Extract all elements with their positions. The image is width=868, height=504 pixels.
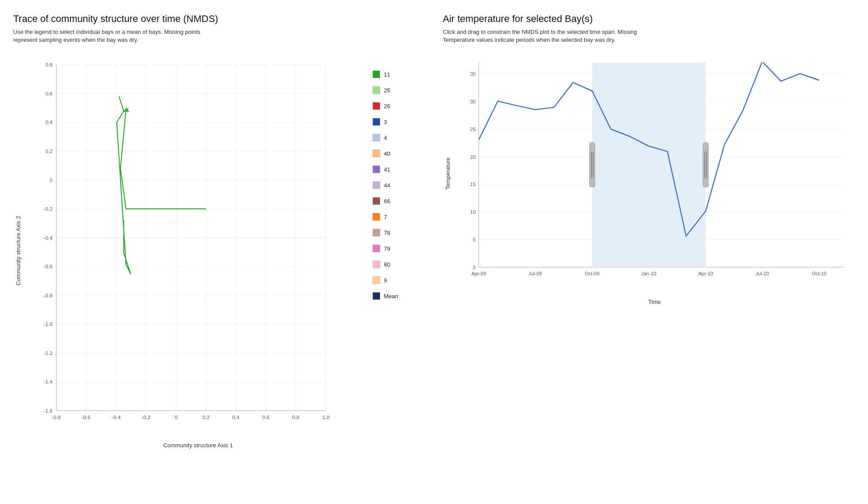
legend-label-25: 25 <box>384 87 390 94</box>
left-drag-handle[interactable] <box>590 143 595 187</box>
svg-text:35: 35 <box>470 72 475 77</box>
temp-title: Air temperature for selected Bay(s) <box>443 13 855 25</box>
legend-swatch-80 <box>372 260 380 268</box>
legend-label-26: 26 <box>384 103 390 110</box>
svg-text:25: 25 <box>470 127 475 132</box>
legend-label-44: 44 <box>384 182 390 189</box>
legend-item-3[interactable]: 3 <box>372 118 425 126</box>
legend-item-66[interactable]: 66 <box>372 197 425 205</box>
nmds-x-axis-label: Community structure Axis 1 <box>24 442 372 449</box>
svg-text:-0.4: -0.4 <box>112 414 121 420</box>
temp-chart-area[interactable]: 0 5 10 15 20 25 30 35 <box>454 53 855 295</box>
legend-label-40: 40 <box>384 150 390 157</box>
legend-swatch-79 <box>372 245 380 252</box>
legend-swatch-7 <box>372 213 380 221</box>
svg-text:-0.6: -0.6 <box>44 264 53 270</box>
legend-swatch-mean <box>372 292 380 300</box>
svg-text:0.6: 0.6 <box>45 91 52 96</box>
nmds-svg: 0.8 0.6 0.4 0.2 0 -0.2 <box>24 53 372 439</box>
legend-item-25[interactable]: 25 <box>372 86 425 94</box>
svg-text:-0.2: -0.2 <box>44 206 53 212</box>
legend-label-7: 7 <box>384 214 387 220</box>
legend-item-40[interactable]: 40 <box>372 150 425 157</box>
legend-label-41: 41 <box>384 166 390 173</box>
svg-text:0.8: 0.8 <box>45 62 52 68</box>
legend-swatch-11 <box>372 70 380 78</box>
legend-swatch-9 <box>372 276 380 284</box>
svg-text:0: 0 <box>473 265 475 270</box>
legend-swatch-40 <box>372 150 380 157</box>
temp-y-axis-label: Temperature <box>443 53 452 295</box>
svg-text:0.8: 0.8 <box>292 414 299 420</box>
legend-swatch-3 <box>372 118 380 126</box>
svg-text:Apr-10: Apr-10 <box>698 271 713 276</box>
svg-rect-0 <box>56 65 326 409</box>
svg-text:1.0: 1.0 <box>322 414 330 420</box>
legend-item-mean[interactable]: Mean <box>372 292 425 300</box>
legend-item-11[interactable]: 11 <box>372 70 425 78</box>
nmds-subtitle: Use the legend to select individual bays… <box>13 28 224 44</box>
time-selection-area <box>592 62 706 267</box>
legend-swatch-66 <box>372 197 380 205</box>
legend-item-4[interactable]: 4 <box>372 134 425 142</box>
svg-text:10: 10 <box>470 209 475 215</box>
svg-text:-1.4: -1.4 <box>44 379 53 385</box>
svg-text:20: 20 <box>470 154 475 160</box>
svg-text:Jan-10: Jan-10 <box>641 271 656 276</box>
legend-item-79[interactable]: 79 <box>372 245 425 252</box>
legend-item-9[interactable]: 9 <box>372 276 425 284</box>
svg-text:0.2: 0.2 <box>202 414 209 420</box>
legend-swatch-44 <box>372 181 380 189</box>
legend-item-78[interactable]: 78 <box>372 229 425 237</box>
nmds-panel: Trace of community structure over time (… <box>0 0 434 504</box>
legend-item-80[interactable]: 80 <box>372 260 425 268</box>
svg-text:-0.2: -0.2 <box>142 414 150 420</box>
legend-label-3: 3 <box>384 119 387 125</box>
svg-text:15: 15 <box>470 182 475 187</box>
svg-text:Oct-10: Oct-10 <box>812 271 826 276</box>
legend-label-80: 80 <box>384 261 390 268</box>
legend-label-78: 78 <box>384 230 390 236</box>
svg-text:Jul-10: Jul-10 <box>755 271 769 276</box>
svg-text:-0.4: -0.4 <box>44 235 53 241</box>
nmds-legend: 11 25 26 3 4 40 <box>372 53 425 449</box>
right-drag-handle[interactable] <box>703 143 708 187</box>
legend-label-79: 79 <box>384 245 390 252</box>
legend-swatch-26 <box>372 102 380 110</box>
legend-swatch-41 <box>372 165 380 173</box>
legend-label-66: 66 <box>384 198 390 205</box>
svg-text:-0.8: -0.8 <box>52 414 61 420</box>
legend-swatch-25 <box>372 86 380 94</box>
legend-item-26[interactable]: 26 <box>372 102 425 110</box>
svg-text:0: 0 <box>175 414 178 420</box>
svg-text:0.4: 0.4 <box>232 414 240 420</box>
temp-svg: 0 5 10 15 20 25 30 35 <box>454 53 855 295</box>
svg-text:-1.6: -1.6 <box>44 408 53 413</box>
temp-subtitle: Click and drag to constrain the NMDS plo… <box>443 28 654 44</box>
svg-text:Oct-09: Oct-09 <box>585 271 599 276</box>
svg-text:0.6: 0.6 <box>263 414 270 420</box>
legend-label-11: 11 <box>384 71 390 78</box>
legend-label-9: 9 <box>384 277 387 284</box>
svg-text:-1.0: -1.0 <box>44 321 53 327</box>
svg-text:Jul-09: Jul-09 <box>529 271 542 276</box>
legend-label-mean: Mean <box>384 293 398 299</box>
svg-text:-0.6: -0.6 <box>82 414 91 420</box>
nmds-chart-area[interactable]: 0.8 0.6 0.4 0.2 0 -0.2 <box>24 53 372 439</box>
svg-text:-1.2: -1.2 <box>44 350 53 356</box>
svg-text:Apr-09: Apr-09 <box>471 271 486 276</box>
svg-text:30: 30 <box>470 99 475 104</box>
svg-text:-0.8: -0.8 <box>44 292 53 298</box>
nmds-title: Trace of community structure over time (… <box>13 13 425 25</box>
legend-item-41[interactable]: 41 <box>372 165 425 173</box>
legend-item-7[interactable]: 7 <box>372 213 425 221</box>
legend-item-44[interactable]: 44 <box>372 181 425 189</box>
svg-text:0.2: 0.2 <box>45 148 52 154</box>
temp-panel: Air temperature for selected Bay(s) Clic… <box>434 0 868 504</box>
temp-x-axis-label: Time <box>454 299 855 305</box>
legend-label-4: 4 <box>384 135 387 141</box>
legend-swatch-78 <box>372 229 380 237</box>
svg-text:0: 0 <box>50 177 53 183</box>
legend-swatch-4 <box>372 134 380 142</box>
nmds-y-axis-label: Community structure Axis 2 <box>13 53 23 449</box>
